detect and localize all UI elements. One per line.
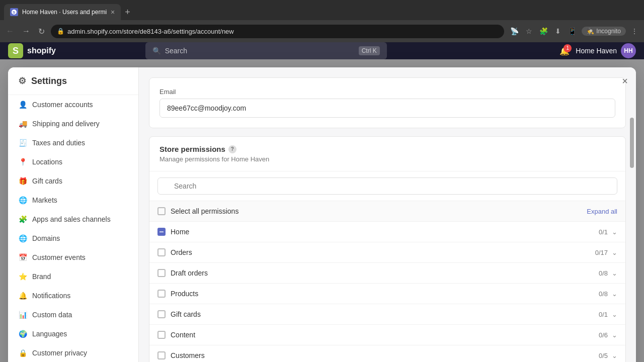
sidebar-item-brand[interactable]: ⭐ Brand bbox=[8, 267, 138, 286]
gear-icon: ⚙ bbox=[18, 75, 26, 86]
perm-name-products: Products bbox=[171, 290, 198, 298]
chevron-down-icon-home[interactable]: ⌄ bbox=[612, 228, 617, 236]
draft-orders-checkbox[interactable] bbox=[157, 269, 166, 277]
menu-icon[interactable]: ⋮ bbox=[629, 25, 640, 37]
sidebar-item-domains[interactable]: 🌐 Domains bbox=[8, 229, 138, 248]
pin-icon: 📍 bbox=[18, 157, 27, 166]
products-checkbox[interactable] bbox=[157, 290, 166, 298]
permissions-search-input[interactable] bbox=[157, 177, 617, 195]
home-checkbox[interactable] bbox=[157, 228, 166, 236]
perm-item-right-products: 0/8 ⌄ bbox=[599, 290, 617, 298]
sidebar-item-customer-events[interactable]: 📅 Customer events bbox=[8, 248, 138, 267]
bell-icon: 🔔 bbox=[18, 291, 27, 300]
sidebar-item-gift-cards[interactable]: 🎁 Gift cards bbox=[8, 171, 138, 191]
reload-button[interactable]: ↻ bbox=[36, 25, 47, 38]
active-tab[interactable]: S Home Haven · Users and permi × bbox=[4, 4, 121, 20]
lock-icon: 🔒 bbox=[57, 28, 64, 35]
sidebar-item-markets[interactable]: 🌐 Markets bbox=[8, 191, 138, 210]
sidebar-item-taxes[interactable]: 🧾 Taxes and duties bbox=[8, 133, 138, 152]
notification-button[interactable]: 🔔 1 bbox=[559, 46, 570, 56]
chevron-down-icon-draft-orders[interactable]: ⌄ bbox=[612, 269, 617, 277]
chevron-down-icon-products[interactable]: ⌄ bbox=[612, 290, 617, 298]
tab-favicon: S bbox=[10, 8, 18, 16]
sidebar-item-languages[interactable]: 🌍 Languages bbox=[8, 324, 138, 343]
url-text: admin.shopify.com/store/de8143-a6/settin… bbox=[67, 28, 498, 35]
search-icon: 🔍 bbox=[152, 47, 161, 55]
select-all-checkbox[interactable] bbox=[157, 207, 166, 215]
new-tab-button[interactable]: + bbox=[121, 7, 134, 18]
perm-item-products: Products 0/8 ⌄ bbox=[149, 284, 625, 304]
perm-item-gift-cards: Gift cards 0/1 ⌄ bbox=[149, 304, 625, 325]
sidebar-item-apps[interactable]: 🧩 Apps and sales channels bbox=[8, 210, 138, 229]
download-icon[interactable]: ⬇ bbox=[553, 25, 563, 37]
address-bar[interactable]: 🔒 admin.shopify.com/store/de8143-a6/sett… bbox=[51, 25, 504, 38]
sidebar-item-custom-data[interactable]: 📊 Custom data bbox=[8, 305, 138, 324]
mobile-icon[interactable]: 📱 bbox=[566, 25, 579, 37]
scrollbar-track[interactable] bbox=[630, 87, 634, 362]
sidebar-item-notifications[interactable]: 🔔 Notifications bbox=[8, 286, 138, 305]
perm-item-customers: Customers 0/5 ⌄ bbox=[149, 345, 625, 362]
cast-icon[interactable]: 📡 bbox=[508, 25, 521, 37]
sidebar-item-locations[interactable]: 📍 Locations bbox=[8, 152, 138, 171]
info-icon[interactable]: ? bbox=[228, 145, 236, 153]
extension-icon[interactable]: 🧩 bbox=[537, 25, 550, 37]
scrollbar-thumb[interactable] bbox=[630, 118, 634, 168]
content-checkbox[interactable] bbox=[157, 331, 166, 339]
store-button[interactable]: Home Haven HH bbox=[576, 43, 636, 58]
sidebar-label-gift-cards: Gift cards bbox=[32, 177, 62, 185]
chevron-down-icon-gift-cards[interactable]: ⌄ bbox=[612, 311, 617, 318]
logo-text: shopify bbox=[27, 46, 56, 55]
customers-checkbox[interactable] bbox=[157, 351, 166, 359]
close-tab-icon[interactable]: × bbox=[111, 8, 115, 16]
bookmark-icon[interactable]: ☆ bbox=[524, 25, 534, 37]
sidebar-label-taxes: Taxes and duties bbox=[32, 139, 85, 147]
back-button[interactable]: ← bbox=[4, 25, 16, 38]
sidebar-label-customer-accounts: Customer accounts bbox=[32, 101, 93, 109]
sidebar-item-customer-privacy[interactable]: 🔒 Customer privacy bbox=[8, 343, 138, 362]
perm-count-orders: 0/17 bbox=[595, 249, 608, 256]
email-input[interactable] bbox=[159, 99, 615, 118]
chevron-down-icon-content[interactable]: ⌄ bbox=[612, 331, 617, 339]
email-card: Email bbox=[149, 77, 626, 128]
sidebar-label-domains: Domains bbox=[32, 234, 60, 242]
select-all-left: Select all permissions bbox=[157, 207, 238, 215]
search-bar[interactable]: 🔍 Search Ctrl K bbox=[145, 42, 387, 59]
select-all-row: Select all permissions Expand all bbox=[149, 201, 625, 222]
email-label: Email bbox=[159, 88, 615, 96]
shopify-logo: S shopify bbox=[8, 43, 56, 58]
perm-item-right-content: 0/6 ⌄ bbox=[599, 331, 617, 339]
permissions-search: 🔍 bbox=[149, 171, 625, 201]
settings-panel: ⚙ Settings 👤 Customer accounts 🚚 Shippin… bbox=[8, 67, 636, 362]
perm-item-left-home: Home bbox=[157, 228, 189, 236]
gift-icon: 🎁 bbox=[18, 176, 27, 186]
expand-all-button[interactable]: Expand all bbox=[587, 208, 617, 215]
domain-icon: 🌐 bbox=[18, 234, 27, 243]
perm-item-left-customers: Customers bbox=[157, 351, 205, 359]
perm-item-left-content: Content bbox=[157, 331, 195, 339]
perm-item-left-orders: Orders bbox=[157, 248, 192, 256]
chevron-down-icon-orders[interactable]: ⌄ bbox=[612, 249, 617, 256]
gift-cards-checkbox[interactable] bbox=[157, 310, 166, 318]
data-icon: 📊 bbox=[18, 310, 27, 319]
main-content: Email Store permissions ? Manage permiss… bbox=[139, 67, 636, 362]
sidebar-item-shipping[interactable]: 🚚 Shipping and delivery bbox=[8, 114, 138, 133]
close-settings-button[interactable]: × bbox=[622, 75, 628, 87]
perm-item-orders: Orders 0/17 ⌄ bbox=[149, 242, 625, 263]
perm-name-customers: Customers bbox=[171, 351, 205, 359]
perm-item-right-gift-cards: 0/1 ⌄ bbox=[599, 311, 617, 318]
incognito-icon: 🕵 bbox=[587, 28, 594, 35]
lock-icon: 🔒 bbox=[18, 348, 27, 357]
person-icon: 👤 bbox=[18, 100, 27, 109]
perm-item-content: Content 0/6 ⌄ bbox=[149, 325, 625, 345]
forward-button[interactable]: → bbox=[20, 25, 32, 38]
perm-name-home: Home bbox=[171, 228, 189, 236]
sidebar-item-customer-accounts[interactable]: 👤 Customer accounts bbox=[8, 95, 138, 114]
permissions-header: Store permissions ? Manage permissions f… bbox=[149, 137, 625, 171]
chevron-down-icon-customers[interactable]: ⌄ bbox=[612, 352, 617, 359]
sidebar-label-customer-privacy: Customer privacy bbox=[32, 349, 87, 357]
permissions-title: Store permissions ? bbox=[159, 145, 615, 153]
svg-rect-2 bbox=[159, 232, 164, 233]
perm-count-customers: 0/5 bbox=[599, 352, 608, 359]
orders-checkbox[interactable] bbox=[157, 248, 166, 256]
receipt-icon: 🧾 bbox=[18, 138, 27, 147]
